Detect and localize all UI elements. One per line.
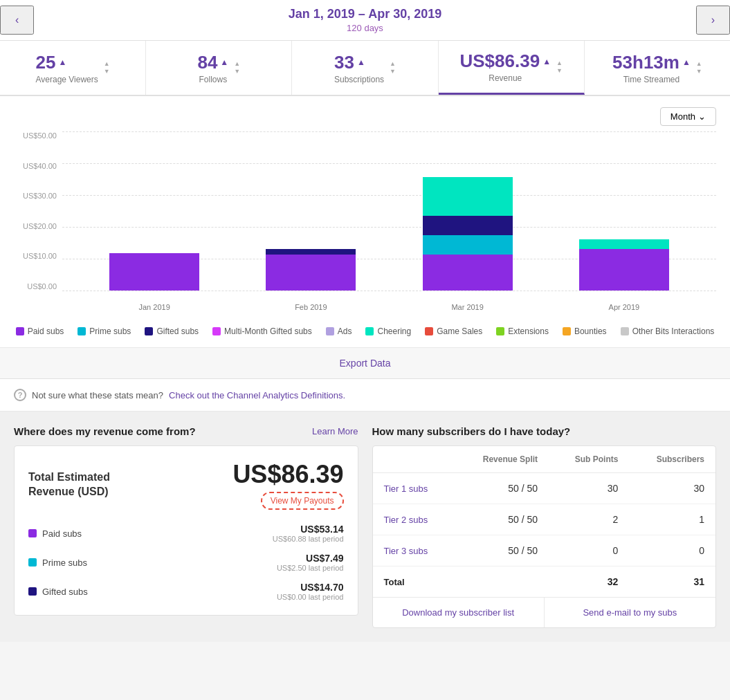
col-revenue-split: Revenue Split	[454, 446, 549, 473]
x-axis-label: Jan 2019	[109, 303, 199, 311]
legend-label: Multi-Month Gifted subs	[224, 326, 312, 336]
bar-segment[interactable]	[423, 235, 513, 255]
export-data-link[interactable]: Export Data	[340, 358, 391, 369]
stat-item-subscriptions[interactable]: 33 ▲ Subscriptions ▲ ▼	[292, 41, 438, 95]
sort-down-icon: ▼	[390, 68, 396, 75]
stat-sort-controls[interactable]: ▲ ▼	[234, 60, 240, 75]
sort-up-icon: ▲	[104, 60, 110, 68]
stat-item-follows[interactable]: 84 ▲ Follows ▲ ▼	[146, 41, 292, 95]
bar-chart: US$0.00US$10.00US$20.00US$30.00US$40.00U…	[14, 131, 716, 318]
revenue-right: US$86.39 View My Payouts	[232, 460, 343, 510]
col-sub-points: Sub Points	[549, 446, 629, 473]
bar-segment[interactable]	[109, 253, 199, 291]
legend-color-dot	[16, 327, 24, 335]
bar-segment[interactable]	[423, 177, 513, 216]
grid-line	[62, 291, 716, 291]
revenue-row-left: Paid subs	[28, 528, 82, 539]
stat-label: Subscriptions	[334, 75, 384, 84]
date-title-block: Jan 1, 2019 – Apr 30, 2019 120 days	[289, 7, 441, 33]
revenue-panel-header: Where does my revenue come from? Learn M…	[14, 425, 358, 437]
date-navigation: ‹ Jan 1, 2019 – Apr 30, 2019 120 days ›	[0, 0, 730, 41]
month-selector[interactable]: Month ⌄	[660, 107, 716, 126]
legend-color-dot	[145, 327, 153, 335]
stat-inner: 84 ▲ Follows	[197, 52, 228, 84]
bar-segment[interactable]	[579, 239, 669, 249]
subs-panel-header: How many subscribers do I have today?	[372, 425, 717, 437]
bar-segment[interactable]	[266, 255, 356, 291]
stat-value: 25 ▲	[36, 52, 98, 73]
y-axis-label: US$10.00	[14, 252, 57, 260]
chevron-down-icon: ⌄	[698, 111, 706, 122]
bar-segment[interactable]	[423, 216, 513, 235]
revenue-row-left: Prime subs	[28, 558, 87, 568]
bars-container	[62, 131, 716, 291]
revenue-row: Prime subs US$7.49 US$2.50 last period	[28, 553, 344, 572]
revenue-items: Paid subs US$53.14 US$60.88 last period …	[28, 524, 344, 601]
help-icon: ?	[14, 389, 26, 401]
legend-item: Gifted subs	[145, 326, 199, 336]
learn-more-link[interactable]: Learn More	[312, 426, 358, 436]
chart-controls: Month ⌄	[14, 107, 716, 126]
revenue-card: Total EstimatedRevenue (USD) US$86.39 Vi…	[14, 445, 358, 616]
stat-label: Time Streamed	[612, 75, 691, 84]
stat-number: 33	[334, 52, 354, 73]
x-axis-label: Feb 2019	[266, 303, 356, 311]
revenue-amounts: US$7.49 US$2.50 last period	[277, 553, 344, 572]
arrow-up-icon: ▲	[58, 57, 66, 67]
sub-points-cell: 2	[549, 504, 629, 535]
download-subscriber-list-button[interactable]: Download my subscriber list	[373, 598, 545, 627]
chart-area: Month ⌄ US$0.00US$10.00US$20.00US$30.00U…	[0, 96, 730, 318]
bottom-panels: Where does my revenue come from? Learn M…	[0, 412, 730, 642]
bar-group	[266, 249, 356, 291]
table-row: Tier 1 subs 50 / 50 30 30	[373, 473, 716, 504]
table-row: Tier 3 subs 50 / 50 0 0	[373, 535, 716, 567]
analytics-definitions-link[interactable]: Check out the Channel Analytics Definiti…	[169, 390, 345, 400]
stat-sort-controls[interactable]: ▲ ▼	[104, 60, 110, 75]
sort-down-icon: ▼	[104, 68, 110, 75]
date-range: Jan 1, 2019 – Apr 30, 2019	[289, 7, 441, 21]
legend-color-dot	[365, 327, 374, 335]
legend-label: Other Bits Interactions	[632, 326, 715, 336]
stat-inner: 33 ▲ Subscriptions	[334, 52, 384, 84]
subscribers-cell: 31	[629, 567, 715, 598]
subscribers-cell: 1	[629, 504, 715, 535]
revenue-panel-title: Where does my revenue come from?	[14, 425, 196, 437]
stat-item-revenue[interactable]: US$86.39 ▲ Revenue ▲ ▼	[439, 41, 585, 95]
x-axis-label: Apr 2019	[579, 303, 669, 311]
stat-inner: 53h13m ▲ Time Streamed	[612, 52, 691, 84]
legend-color-dot	[326, 327, 334, 335]
stat-item-avg-viewers[interactable]: 25 ▲ Average Viewers ▲ ▼	[0, 41, 146, 95]
info-text: Not sure what these stats mean?	[32, 390, 163, 400]
bar-segment[interactable]	[423, 255, 513, 291]
view-payouts-button[interactable]: View My Payouts	[261, 492, 344, 510]
legend-item: Prime subs	[77, 326, 131, 336]
prev-date-button[interactable]: ‹	[0, 6, 34, 35]
subscribers-panel: How many subscribers do I have today? Re…	[372, 425, 717, 628]
stat-value: US$86.39 ▲	[459, 50, 551, 72]
tier-cell: Tier 3 subs	[373, 535, 455, 567]
stat-item-time-streamed[interactable]: 53h13m ▲ Time Streamed ▲ ▼	[585, 41, 730, 95]
bar-segment[interactable]	[266, 249, 356, 255]
subs-card: Revenue Split Sub Points Subscribers Tie…	[372, 445, 717, 628]
revenue-row: Gifted subs US$14.70 US$0.00 last period	[28, 582, 344, 601]
stat-number: 53h13m	[612, 52, 679, 73]
stat-sort-controls[interactable]: ▲ ▼	[556, 59, 563, 75]
date-days: 120 days	[289, 23, 441, 33]
legend-item: Extensions	[496, 326, 549, 336]
next-date-button[interactable]: ›	[696, 6, 730, 35]
chart-legend: Paid subs Prime subs Gifted subs Multi-M…	[0, 318, 730, 348]
bar-segment[interactable]	[579, 249, 669, 291]
bar-group	[109, 253, 199, 291]
arrow-up-icon: ▲	[357, 57, 365, 67]
subscribers-cell: 0	[629, 535, 715, 567]
legend-label: Bounties	[574, 326, 607, 336]
revenue-amounts: US$14.70 US$0.00 last period	[277, 582, 344, 601]
stat-sort-controls[interactable]: ▲ ▼	[696, 60, 702, 75]
revenue-color-dot	[28, 558, 37, 567]
legend-item: Ads	[326, 326, 352, 336]
stat-inner: US$86.39 ▲ Revenue	[459, 50, 551, 83]
revenue-current: US$7.49	[277, 553, 344, 564]
stat-label: Average Viewers	[36, 75, 98, 84]
send-email-to-subs-button[interactable]: Send e-mail to my subs	[545, 598, 715, 627]
stat-sort-controls[interactable]: ▲ ▼	[390, 60, 396, 75]
